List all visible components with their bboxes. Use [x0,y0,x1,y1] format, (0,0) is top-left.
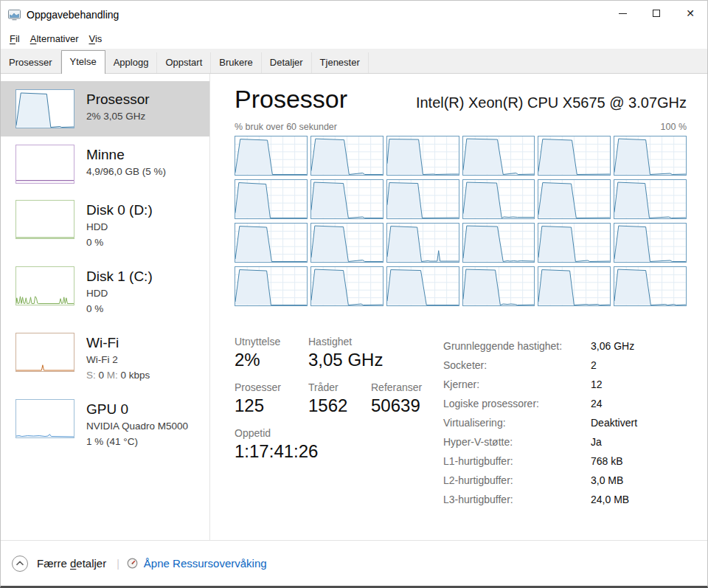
spec-row-3: Logiske prosessorer:24 [443,394,637,413]
handles-value: 50639 [371,395,439,416]
spec-value: 3,06 GHz [591,336,634,356]
cpu-core-graph-18 [235,266,308,306]
cpu-core-graph-8 [386,179,459,219]
processes-value: 125 [235,395,308,416]
memory-mini-graph [15,145,74,184]
sidebar-item-disk0[interactable]: Disk 0 (D:)HDD0 % [1,192,209,258]
maximize-icon [653,10,660,17]
cpu-core-graph-16 [538,223,611,263]
cpu-core-grid [235,136,687,306]
menu-alternativer[interactable]: Alternativer [25,31,84,46]
minimize-button[interactable] [605,1,639,26]
cpu-core-graph-0 [235,136,308,176]
gpu0-labels: GPU 0NVIDIA Quadro M50001 % (41 °C) [86,399,188,449]
graph-header: % bruk over 60 sekunder 100 % [235,122,687,132]
maximize-button[interactable] [639,1,673,26]
spec-value: 2 [591,356,597,375]
graph-timescale-label: % bruk over 60 sekunder [235,122,337,132]
spec-value: 24,0 MB [591,490,629,509]
disk0-mini-graph [15,200,74,239]
speed-value: 3,05 GHz [308,350,439,370]
spec-row-7: L2-hurtigbuffer:3,0 MB [443,471,637,490]
cpu-panel: Prosessor Intel(R) Xeon(R) CPU X5675 @ 3… [210,74,707,540]
sidebar-item-cpu[interactable]: Prosessor2% 3,05 GHz [1,81,209,136]
menu-bar: Fil Alternativer Vis [1,29,707,49]
spec-row-2: Kjerner:12 [443,375,637,394]
tab-detaljer[interactable]: Detaljer [262,52,312,73]
tab-prosesser[interactable]: Prosesser [1,52,61,73]
fewer-details-button[interactable]: Færre detaljer [11,555,106,573]
uptime-label: Oppetid [235,427,439,439]
tab-oppstart[interactable]: Oppstart [157,52,211,73]
spec-value: Deaktivert [591,413,637,432]
spec-value: 12 [591,375,603,394]
cpu-core-graph-14 [386,223,459,263]
tab-applogg[interactable]: Applogg [105,52,158,73]
cpu-core-graph-17 [614,223,687,263]
disk0-subline-1: 0 % [86,235,153,250]
minimize-icon [619,13,627,14]
utilization-label: Utnyttelse [235,336,308,347]
cpu-core-graph-2 [386,136,459,176]
handles-label: Referanser [371,381,439,393]
footer-bar: Færre detaljer | Åpne Ressursovervåking [1,540,707,586]
cpu-spec-details: Grunnleggende hastighet:3,06 GHzSocketer… [443,336,637,509]
disk0-labels: Disk 0 (D:)HDD0 % [86,200,153,250]
footer-separator: | [117,558,119,570]
page-title: Prosessor [235,84,347,114]
disk1-labels: Disk 1 (C:)HDD0 % [86,266,153,317]
title-bar: Oppgavebehandling ✕ [1,1,707,29]
cpu-core-graph-11 [614,179,687,219]
spec-row-8: L3-hurtigbuffer:24,0 MB [443,490,637,509]
menu-vis[interactable]: Vis [83,31,107,46]
wifi-mini-graph [15,333,74,372]
disk1-subline-0: HDD [86,286,153,301]
wifi-labels: Wi-FiWi-Fi 2S: 0 M: 0 kbps [86,333,150,383]
cpu-core-graph-23 [614,266,687,306]
cpu-core-graph-4 [538,136,611,176]
cpu-core-graph-3 [462,136,535,176]
sidebar-item-memory[interactable]: Minne4,9/96,0 GB (5 %) [1,136,209,192]
menu-fil[interactable]: Fil [4,31,25,46]
cpu-core-graph-5 [614,136,687,176]
window-title: Oppgavebehandling [27,9,119,21]
cpu-core-graph-1 [310,136,384,176]
disk0-subline-0: HDD [86,219,153,235]
spec-row-4: Virtualisering:Deaktivert [443,413,637,432]
threads-label: Tråder [308,381,371,393]
cpu-core-graph-10 [538,179,611,219]
open-resource-monitor-link[interactable]: Åpne Ressursovervåking [127,557,267,570]
cpu-core-graph-22 [538,266,611,306]
spec-label: Kjerner: [443,375,591,394]
wifi-subline-0: Wi-Fi 2 [86,352,150,367]
wifi-title: Wi-Fi [86,333,150,352]
tab-brukere[interactable]: Brukere [211,52,262,73]
spec-value: 3,0 MB [591,471,623,490]
cpu-core-graph-7 [310,179,384,219]
sidebar-item-disk1[interactable]: Disk 1 (C:)HDD0 % [1,258,209,325]
spec-row-0: Grunnleggende hastighet:3,06 GHz [443,336,637,356]
close-button[interactable]: ✕ [673,1,707,26]
gpu0-subline-1: 1 % (41 °C) [86,434,188,449]
processes-label: Prosesser [235,381,308,393]
cpu-core-graph-9 [462,179,535,219]
spec-label: Logiske prosessorer: [443,394,591,413]
chevron-up-circle-icon [11,555,29,573]
task-manager-window: Oppgavebehandling ✕ Fil Alternativer Vis… [0,0,708,588]
gpu0-title: GPU 0 [86,400,188,418]
tab-ytelse[interactable]: Ytelse [61,50,105,74]
disk0-title: Disk 0 (D:) [86,201,153,219]
resource-monitor-icon [127,558,138,569]
cpu-core-graph-15 [462,223,535,263]
uptime-value: 1:17:41:26 [235,441,439,462]
cpu-core-graph-12 [235,223,308,263]
wifi-subline-1: S: 0 M: 0 kbps [86,367,150,383]
spec-row-6: L1-hurtigbuffer:768 kB [443,452,637,471]
spec-label: L1-hurtigbuffer: [443,452,591,471]
sidebar-item-gpu0[interactable]: GPU 0NVIDIA Quadro M50001 % (41 °C) [1,391,209,457]
spec-label: Virtualisering: [443,413,591,432]
sidebar-item-wifi[interactable]: Wi-FiWi-Fi 2S: 0 M: 0 kbps [1,325,209,391]
spec-label: L3-hurtigbuffer: [443,490,591,509]
performance-sidebar: Prosessor2% 3,05 GHzMinne4,9/96,0 GB (5 … [1,74,210,540]
tab-tjenester[interactable]: Tjenester [312,52,369,73]
